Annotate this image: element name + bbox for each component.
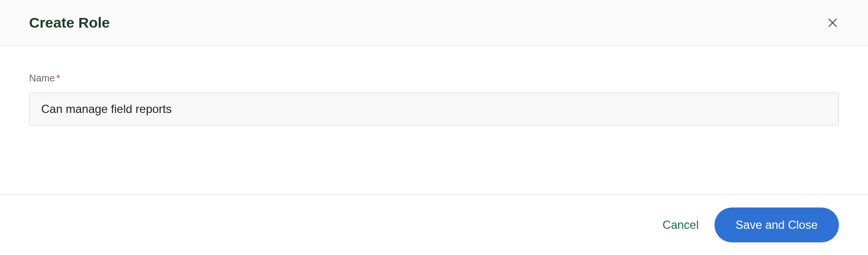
required-indicator: * bbox=[56, 73, 60, 83]
cancel-button[interactable]: Cancel bbox=[663, 218, 699, 232]
name-label-text: Name bbox=[29, 73, 55, 83]
dialog-footer: Cancel Save and Close bbox=[0, 194, 868, 255]
create-role-dialog: Create Role Name* Cancel Save and Close bbox=[0, 0, 868, 255]
dialog-content: Name* bbox=[0, 46, 868, 194]
dialog-header: Create Role bbox=[0, 0, 868, 46]
close-icon[interactable] bbox=[826, 16, 839, 29]
dialog-title: Create Role bbox=[29, 15, 110, 31]
save-and-close-button[interactable]: Save and Close bbox=[714, 207, 839, 242]
name-input[interactable] bbox=[29, 93, 839, 126]
name-field-label: Name* bbox=[29, 73, 839, 84]
